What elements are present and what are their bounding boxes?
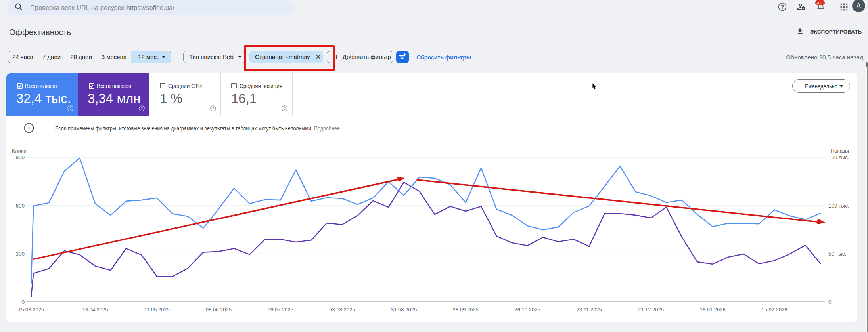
svg-text:?: ? bbox=[284, 106, 286, 111]
svg-text:0: 0 bbox=[21, 299, 25, 305]
svg-text:15.02.2026: 15.02.2026 bbox=[761, 307, 787, 313]
svg-text:?: ? bbox=[141, 106, 143, 111]
svg-text:Показы: Показы bbox=[830, 148, 849, 154]
svg-text:06.07.2025: 06.07.2025 bbox=[268, 307, 293, 313]
svg-text:900: 900 bbox=[15, 155, 25, 160]
svg-text:21.12.2025: 21.12.2025 bbox=[638, 307, 664, 313]
svg-text:08.06.2025: 08.06.2025 bbox=[206, 307, 232, 313]
svg-text:03.08.2025: 03.08.2025 bbox=[329, 307, 355, 313]
svg-text:Клики: Клики bbox=[12, 148, 27, 154]
svg-text:300: 300 bbox=[15, 251, 25, 257]
svg-text:100 тыс.: 100 тыс. bbox=[828, 203, 849, 209]
svg-text:?: ? bbox=[212, 106, 214, 111]
svg-text:50 тыс.: 50 тыс. bbox=[828, 251, 846, 257]
svg-text:13.04.2025: 13.04.2025 bbox=[82, 307, 108, 313]
svg-text:11.05.2025: 11.05.2025 bbox=[144, 307, 170, 313]
svg-text:150 тыс.: 150 тыс. bbox=[828, 155, 849, 160]
svg-text:31.08.2025: 31.08.2025 bbox=[391, 307, 417, 313]
svg-text:15.03.2025: 15.03.2025 bbox=[18, 307, 44, 313]
svg-text:600: 600 bbox=[15, 203, 25, 209]
svg-text:?: ? bbox=[781, 4, 784, 10]
svg-text:?: ? bbox=[69, 106, 71, 111]
svg-text:0: 0 bbox=[828, 299, 832, 305]
svg-text:23.11.2025: 23.11.2025 bbox=[577, 307, 602, 313]
svg-text:28.09.2025: 28.09.2025 bbox=[453, 307, 479, 313]
svg-text:26.10.2025: 26.10.2025 bbox=[514, 307, 540, 313]
svg-text:18.01.2026: 18.01.2026 bbox=[700, 307, 726, 313]
